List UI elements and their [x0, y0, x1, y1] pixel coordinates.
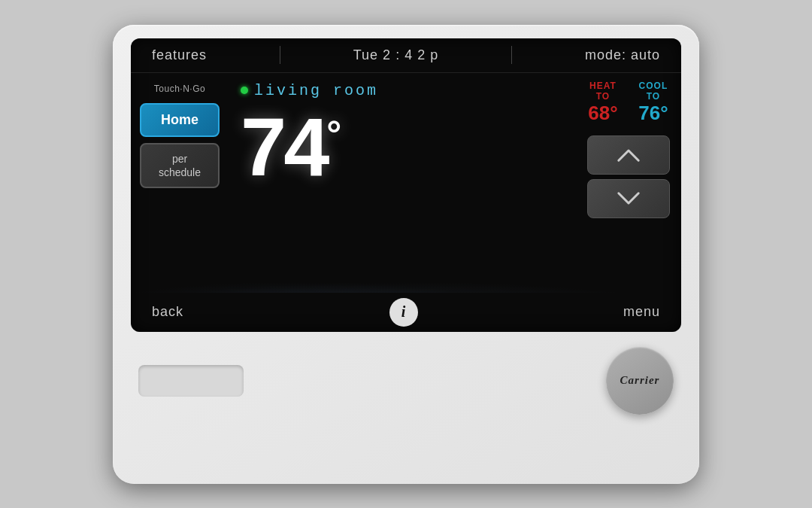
right-panel: HEAT TO 68° COOL TO 76° — [576, 73, 681, 293]
screen-footer: back i menu — [131, 293, 681, 332]
temp-down-button[interactable] — [587, 179, 670, 218]
per-schedule-button[interactable]: per schedule — [140, 143, 220, 188]
degree-symbol: ° — [326, 113, 338, 155]
heat-to-label: HEAT TO — [583, 81, 623, 102]
screen-body: Touch·N·Go Home per schedule living room… — [131, 73, 681, 293]
schedule-line2: schedule — [159, 166, 201, 178]
back-button[interactable]: back — [152, 304, 183, 320]
temperature-value: 74 — [241, 100, 326, 193]
cool-to-label: COOL TO — [633, 81, 674, 102]
cool-to-value: 76° — [633, 102, 674, 125]
info-icon: i — [401, 303, 406, 321]
heat-to-value: 68° — [583, 102, 623, 125]
header-divider-right — [511, 46, 512, 64]
screen-header: features Tue 2 : 4 2 p mode: auto — [131, 38, 681, 73]
center-panel: living room 74° — [229, 73, 576, 293]
temperature-display: 74° — [241, 105, 338, 188]
touch-n-go-label: Touch·N·Go — [140, 84, 220, 94]
menu-button[interactable]: menu — [623, 304, 660, 320]
datetime-display: Tue 2 : 4 2 p — [353, 47, 438, 63]
left-panel: Touch·N·Go Home per schedule — [131, 73, 229, 293]
thermostat-bottom: Carrier — [131, 332, 681, 415]
heat-setpoint: HEAT TO 68° — [583, 81, 623, 125]
schedule-line1: per — [172, 153, 187, 165]
header-divider-left — [280, 46, 280, 64]
mode-display: mode: auto — [585, 47, 660, 63]
home-button[interactable]: Home — [140, 103, 220, 137]
bottom-button-placeholder[interactable] — [138, 365, 244, 397]
cool-setpoint: COOL TO 76° — [633, 81, 674, 125]
setpoints-container: HEAT TO 68° COOL TO 76° — [583, 81, 674, 125]
info-button[interactable]: i — [389, 298, 418, 327]
temp-up-button[interactable] — [587, 135, 670, 175]
features-label[interactable]: features — [152, 47, 207, 63]
carrier-brand-badge: Carrier — [606, 347, 674, 415]
thermostat-screen: features Tue 2 : 4 2 p mode: auto Touch·… — [131, 38, 681, 332]
status-dot — [241, 87, 248, 94]
thermostat-device: features Tue 2 : 4 2 p mode: auto Touch·… — [113, 25, 699, 484]
room-label: living room — [241, 82, 378, 99]
carrier-brand-name: Carrier — [620, 374, 660, 387]
room-name: living room — [254, 82, 378, 99]
